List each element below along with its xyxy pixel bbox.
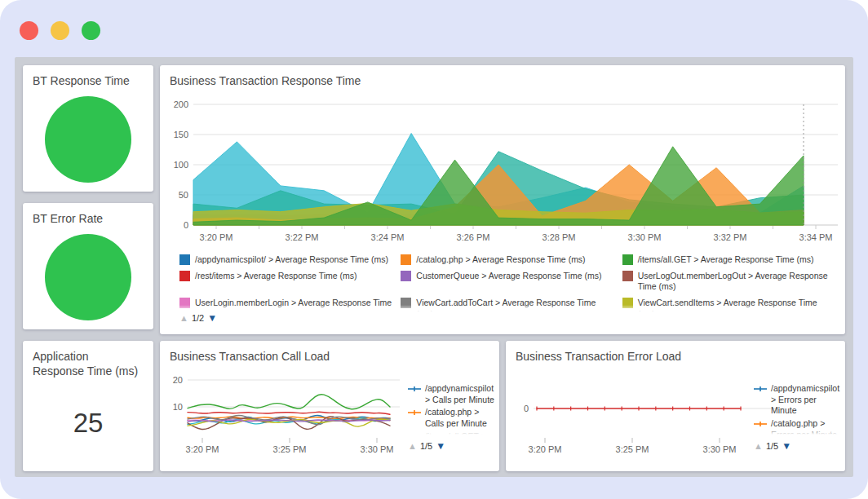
svg-text:0: 0 bbox=[184, 220, 188, 230]
legend-label: ViewCart.sendItems > Average Response Ti… bbox=[638, 298, 835, 313]
app-window: BT Response Time BT Error Rate Applicati… bbox=[0, 0, 868, 499]
legend-swatch-icon bbox=[622, 298, 633, 308]
legend-item[interactable]: /appdynamicspilot > Errors per Minute bbox=[754, 383, 840, 417]
legend-page-up-icon[interactable]: ▲ bbox=[408, 441, 417, 451]
legend-page-down-icon[interactable]: ▼ bbox=[436, 440, 445, 452]
legend-item[interactable]: UserLogin.memberLogin > Average Response… bbox=[179, 298, 392, 313]
legend-swatch-icon bbox=[179, 298, 190, 308]
panel-bt-error-load-chart: Business Transaction Error Load 03:20 PM… bbox=[506, 341, 845, 471]
legend-label: UserLogOut.memberLogOut > Average Respon… bbox=[638, 271, 835, 293]
legend-pagination: ▲ 1/2 ▼ bbox=[179, 312, 217, 324]
svg-text:0: 0 bbox=[524, 404, 529, 413]
metric-value: 25 bbox=[23, 408, 153, 439]
svg-text:3:25 PM: 3:25 PM bbox=[273, 444, 307, 454]
legend-page-down-icon[interactable]: ▼ bbox=[207, 312, 217, 324]
panel-title: BT Error Rate bbox=[23, 203, 153, 227]
legend-page-indicator: 1/5 bbox=[420, 441, 432, 451]
svg-text:50: 50 bbox=[179, 190, 188, 200]
legend-item[interactable]: /appdynamicspilot > Calls per Minute bbox=[408, 383, 494, 405]
panel-bt-error-rate: BT Error Rate bbox=[23, 203, 153, 329]
panel-bt-response-time-chart: Business Transaction Response Time 05010… bbox=[160, 65, 845, 334]
legend-label: /appdynamicspilot/ > Average Response Ti… bbox=[195, 254, 388, 266]
svg-text:3:34 PM: 3:34 PM bbox=[799, 232, 833, 242]
legend-item[interactable]: ViewCart.sendItems > Average Response Ti… bbox=[622, 298, 835, 313]
legend-line-marker-icon bbox=[408, 409, 421, 416]
svg-text:3:20 PM: 3:20 PM bbox=[186, 444, 219, 454]
legend-label: /rest/items > Average Response Time (ms) bbox=[195, 271, 357, 282]
legend-line-marker-icon bbox=[408, 434, 421, 435]
panel-title: Application Response Time (ms) bbox=[23, 341, 153, 378]
svg-text:3:30 PM: 3:30 PM bbox=[628, 232, 662, 242]
legend-item[interactable]: CustomerQueue > Average Response Time (m… bbox=[401, 271, 613, 293]
legend-label: /items/all.GET > bbox=[425, 431, 486, 435]
legend-label: /appdynamicspilot > Errors per Minute bbox=[771, 383, 840, 417]
legend-line-marker-icon bbox=[408, 386, 421, 392]
legend-item[interactable]: /rest/items > Average Response Time (ms) bbox=[179, 271, 392, 293]
legend-line-marker-icon bbox=[754, 386, 767, 392]
svg-text:3:25 PM: 3:25 PM bbox=[616, 444, 649, 454]
legend-swatch-icon bbox=[401, 254, 411, 265]
svg-text:3:32 PM: 3:32 PM bbox=[714, 232, 747, 242]
legend-page-up-icon[interactable]: ▲ bbox=[754, 441, 763, 451]
svg-text:3:28 PM: 3:28 PM bbox=[542, 232, 576, 242]
panel-bt-response-time: BT Response Time bbox=[23, 65, 153, 192]
svg-text:10: 10 bbox=[173, 402, 183, 412]
legend-page-indicator: 1/2 bbox=[192, 313, 204, 323]
svg-text:3:22 PM: 3:22 PM bbox=[286, 232, 319, 242]
legend-item[interactable]: /catalog.php > Calls per Minute bbox=[408, 407, 494, 429]
legend-item[interactable]: UserLogOut.memberLogOut > Average Respon… bbox=[622, 271, 835, 293]
svg-text:100: 100 bbox=[174, 160, 188, 170]
legend-item[interactable]: /appdynamicspilot/ > Average Response Ti… bbox=[179, 254, 392, 266]
svg-text:3:30 PM: 3:30 PM bbox=[361, 444, 394, 454]
legend-label: /catalog.php > Average Response Time (ms… bbox=[416, 254, 585, 266]
panel-title: BT Response Time bbox=[23, 65, 153, 89]
svg-text:3:20 PM: 3:20 PM bbox=[529, 444, 562, 454]
legend-page-indicator: 1/5 bbox=[766, 441, 778, 451]
legend-swatch-icon bbox=[401, 271, 411, 281]
legend-label: UserLogin.memberLogin > Average Response… bbox=[195, 298, 392, 309]
legend-item[interactable]: /items/all.GET > Average Response Time (… bbox=[622, 254, 835, 266]
legend-swatch-icon bbox=[179, 254, 190, 265]
legend-label: /catalog.php > Calls per Minute bbox=[425, 407, 494, 429]
chart-legend: /appdynamicspilot > Errors per Minute/ca… bbox=[754, 383, 840, 435]
panel-app-response-time: Application Response Time (ms) 25 bbox=[23, 341, 153, 471]
legend-label: /items/all.GET > Average Response Time (… bbox=[638, 254, 814, 266]
legend-pagination: ▲ 1/5 ▼ bbox=[408, 440, 445, 452]
chart-legend: /appdynamicspilot/ > Average Response Ti… bbox=[179, 254, 835, 313]
legend-line-marker-icon bbox=[754, 421, 767, 427]
legend-item[interactable]: /items/all.GET > bbox=[408, 431, 494, 435]
legend-item[interactable]: /catalog.php > Errors per Minute bbox=[754, 418, 840, 435]
legend-label: CustomerQueue > Average Response Time (m… bbox=[416, 271, 601, 282]
svg-text:3:24 PM: 3:24 PM bbox=[371, 232, 405, 242]
minimize-button[interactable] bbox=[51, 21, 69, 40]
legend-swatch-icon bbox=[622, 271, 633, 281]
legend-label: /appdynamicspilot > Calls per Minute bbox=[425, 383, 494, 405]
maximize-button[interactable] bbox=[82, 21, 100, 40]
legend-page-down-icon[interactable]: ▼ bbox=[782, 440, 791, 452]
legend-swatch-icon bbox=[622, 254, 633, 265]
legend-label: ViewCart.addToCart > Average Response Ti… bbox=[416, 298, 613, 313]
legend-pagination: ▲ 1/5 ▼ bbox=[754, 440, 791, 452]
svg-text:3:26 PM: 3:26 PM bbox=[457, 232, 490, 242]
health-status-circle[interactable] bbox=[45, 234, 131, 320]
close-button[interactable] bbox=[20, 21, 38, 40]
panel-bt-call-load-chart: Business Transaction Call Load 10203:20 … bbox=[160, 341, 499, 471]
legend-item[interactable]: ViewCart.addToCart > Average Response Ti… bbox=[401, 298, 613, 313]
svg-text:3:30 PM: 3:30 PM bbox=[703, 444, 737, 454]
svg-text:150: 150 bbox=[174, 130, 188, 139]
legend-page-up-icon[interactable]: ▲ bbox=[179, 313, 188, 323]
svg-text:3:20 PM: 3:20 PM bbox=[200, 232, 233, 242]
health-status-circle[interactable] bbox=[45, 96, 131, 183]
dashboard-container: BT Response Time BT Error Rate Applicati… bbox=[15, 57, 853, 477]
legend-item[interactable]: /catalog.php > Average Response Time (ms… bbox=[401, 254, 613, 266]
legend-label: /catalog.php > Errors per Minute bbox=[771, 418, 840, 435]
legend-swatch-icon bbox=[401, 298, 411, 308]
chart-legend: /appdynamicspilot > Calls per Minute/cat… bbox=[408, 383, 494, 435]
svg-text:200: 200 bbox=[174, 99, 188, 109]
svg-text:20: 20 bbox=[173, 375, 183, 385]
legend-swatch-icon bbox=[179, 271, 190, 281]
